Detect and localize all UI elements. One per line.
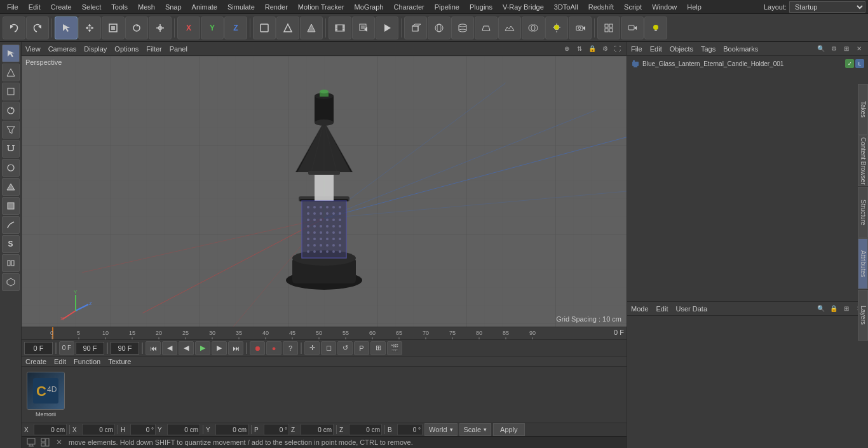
frame-end-input[interactable]	[76, 342, 104, 355]
h-input[interactable]	[130, 424, 156, 435]
menu-3dtoall[interactable]: 3DToAll	[550, 2, 583, 12]
pb-sel-btn[interactable]: ◻	[321, 341, 336, 355]
tab-takes[interactable]: Takes	[858, 84, 868, 135]
obj-file-menu[interactable]: File	[631, 45, 642, 53]
viewport-expand-btn[interactable]: ⊕	[562, 44, 572, 54]
layout-select[interactable]: Startup	[789, 1, 865, 13]
redo-button[interactable]	[26, 17, 49, 39]
scale-dropdown[interactable]: Scale	[459, 423, 492, 436]
p-input[interactable]	[264, 424, 289, 435]
asset-thumbnail[interactable]: C 4D	[27, 372, 65, 410]
y-size-input[interactable]	[215, 424, 248, 435]
menu-plugins[interactable]: Plugins	[465, 2, 497, 12]
camera-button[interactable]	[569, 17, 592, 39]
move-tool-button[interactable]	[78, 17, 101, 39]
cameras-menu[interactable]: Cameras	[48, 45, 77, 53]
menu-snap[interactable]: Snap	[161, 2, 186, 12]
mat-create-menu[interactable]: Create	[25, 358, 46, 365]
menu-tools[interactable]: Tools	[107, 2, 132, 12]
z-size-input[interactable]	[349, 424, 382, 435]
menu-select[interactable]: Select	[78, 2, 106, 12]
status-icon-display[interactable]	[25, 437, 37, 448]
film-button[interactable]	[329, 17, 351, 39]
grid-btn[interactable]	[597, 17, 620, 39]
status-icon-window[interactable]	[39, 437, 51, 448]
obj-close-icon[interactable]: ✕	[854, 44, 864, 54]
attr-search-icon[interactable]: 🔍	[816, 304, 826, 314]
rotate-tool-button[interactable]	[125, 17, 148, 39]
render-button[interactable]	[376, 17, 398, 39]
attr-mode-menu[interactable]: Mode	[631, 305, 649, 313]
menu-create[interactable]: Create	[46, 2, 76, 12]
menu-simulate[interactable]: Simulate	[223, 2, 259, 12]
scale-tool-button[interactable]	[102, 17, 125, 39]
options-menu[interactable]: Options	[114, 45, 139, 53]
menu-help[interactable]: Help	[682, 2, 706, 12]
pb-prev-frame[interactable]: ◀	[162, 341, 177, 355]
sphere-button[interactable]	[428, 17, 451, 39]
boole-button[interactable]	[522, 17, 545, 39]
menu-script[interactable]: Script	[620, 2, 646, 12]
world-dropdown[interactable]: World	[424, 423, 458, 436]
pb-input-start[interactable]	[59, 341, 74, 355]
menu-mesh[interactable]: Mesh	[133, 2, 159, 12]
tab-attributes[interactable]: Attributes	[858, 238, 868, 289]
rotate-view-tool[interactable]	[2, 102, 20, 119]
viewport-canvas[interactable]: Perspective	[22, 56, 627, 327]
obj-expand-icon[interactable]: ⊞	[841, 44, 851, 54]
mat-texture-menu[interactable]: Texture	[108, 358, 131, 365]
pb-move-btn[interactable]: ✛	[304, 341, 320, 355]
pb-rot-btn[interactable]: ↺	[337, 341, 353, 355]
attr-edit-menu[interactable]: Edit	[656, 305, 668, 313]
rect-tool[interactable]	[2, 83, 20, 100]
b-input[interactable]	[397, 424, 423, 435]
z-pos-input[interactable]	[301, 424, 334, 435]
x-size-input[interactable]	[82, 424, 115, 435]
mat-edit-menu[interactable]: Edit	[54, 358, 66, 365]
pb-play[interactable]: ▶	[195, 341, 210, 355]
obj-tags-menu[interactable]: Tags	[701, 45, 715, 53]
pb-back-play[interactable]: ◀	[179, 341, 194, 355]
undo-button[interactable]	[3, 17, 25, 39]
obj-search-icon[interactable]: 🔍	[816, 44, 826, 54]
pb-fwd[interactable]: ▶	[212, 341, 227, 355]
x-pos-input[interactable]	[34, 424, 67, 435]
status-icon-close[interactable]: ✕	[53, 437, 65, 448]
pb-record[interactable]: ⏺	[250, 341, 265, 355]
cam-viewport-btn[interactable]	[621, 17, 644, 39]
viewport-lock-btn[interactable]: 🔒	[587, 44, 597, 54]
obj-row-lantern[interactable]: Blue_Glass_Lantern_Eternal_Candle_Holder…	[628, 57, 867, 70]
circle-tool[interactable]	[2, 159, 20, 177]
obj-objects-menu[interactable]: Objects	[670, 45, 693, 53]
select-tool-button[interactable]	[55, 17, 78, 39]
funnel-tool[interactable]	[2, 121, 20, 139]
y-pos-input[interactable]	[167, 424, 200, 435]
polygon-mode-button[interactable]	[300, 17, 323, 39]
menu-redshift[interactable]: Redshift	[584, 2, 618, 12]
menu-render[interactable]: Render	[261, 2, 292, 12]
hex-tool[interactable]	[2, 273, 20, 291]
polygon-tool[interactable]	[2, 64, 20, 81]
object-mode-button[interactable]	[253, 17, 276, 39]
tab-content-browser[interactable]: Content Browser	[858, 135, 868, 186]
axis-y-button[interactable]: Y	[201, 17, 224, 39]
view-menu[interactable]: View	[25, 45, 41, 53]
transform-tool-button[interactable]	[149, 17, 172, 39]
triangle-tool[interactable]	[2, 178, 20, 196]
asset-item[interactable]: C 4D Memorii	[27, 372, 65, 417]
menu-window[interactable]: Window	[648, 2, 681, 12]
sym-tool[interactable]	[2, 254, 20, 272]
cube-button[interactable]	[404, 17, 427, 39]
cylinder-button[interactable]	[451, 17, 474, 39]
obj-edit-menu[interactable]: Edit	[650, 45, 662, 53]
viewport-settings-btn[interactable]: ⚙	[600, 44, 610, 54]
magnet-tool[interactable]	[2, 140, 20, 158]
filter-menu[interactable]: Filter	[146, 45, 161, 53]
menu-mograph[interactable]: MoGraph	[350, 2, 388, 12]
attr-userdata-menu[interactable]: User Data	[676, 305, 708, 313]
obj-bookmarks-menu[interactable]: Bookmarks	[723, 45, 758, 53]
frame-end2-input[interactable]	[111, 342, 139, 355]
obj-settings-icon[interactable]: ⚙	[829, 44, 839, 54]
light-button[interactable]	[545, 17, 568, 39]
landscape-button[interactable]	[498, 17, 521, 39]
